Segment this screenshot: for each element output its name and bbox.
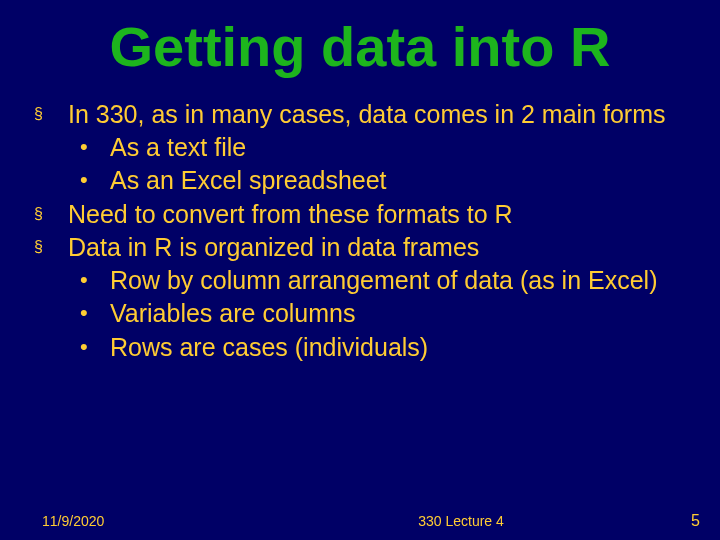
square-bullet-icon: § — [34, 199, 68, 230]
bullet-text: Row by column arrangement of data (as in… — [110, 265, 694, 296]
footer-date: 11/9/2020 — [42, 513, 282, 529]
slide-title: Getting data into R — [26, 18, 694, 77]
dot-bullet-icon: • — [80, 165, 110, 196]
bullet-level2: • Variables are columns — [34, 298, 694, 329]
bullet-text: As a text file — [110, 132, 694, 163]
bullet-level2: • Rows are cases (individuals) — [34, 332, 694, 363]
footer-center: 330 Lecture 4 — [282, 513, 640, 529]
bullet-text: In 330, as in many cases, data comes in … — [68, 99, 694, 130]
square-bullet-icon: § — [34, 99, 68, 130]
bullet-text: Rows are cases (individuals) — [110, 332, 694, 363]
bullet-text: Need to convert from these formats to R — [68, 199, 694, 230]
slide-footer: 11/9/2020 330 Lecture 4 5 — [0, 512, 720, 530]
bullet-text: Data in R is organized in data frames — [68, 232, 694, 263]
bullet-text: Variables are columns — [110, 298, 694, 329]
bullet-text: As an Excel spreadsheet — [110, 165, 694, 196]
bullet-level2: • Row by column arrangement of data (as … — [34, 265, 694, 296]
slide-body: § In 330, as in many cases, data comes i… — [26, 99, 694, 363]
bullet-level2: • As an Excel spreadsheet — [34, 165, 694, 196]
slide: Getting data into R § In 330, as in many… — [0, 0, 720, 540]
bullet-level1: § Need to convert from these formats to … — [34, 199, 694, 230]
dot-bullet-icon: • — [80, 132, 110, 163]
dot-bullet-icon: • — [80, 332, 110, 363]
footer-page-number: 5 — [640, 512, 700, 530]
bullet-level2: • As a text file — [34, 132, 694, 163]
dot-bullet-icon: • — [80, 298, 110, 329]
bullet-level1: § Data in R is organized in data frames — [34, 232, 694, 263]
dot-bullet-icon: • — [80, 265, 110, 296]
bullet-level1: § In 330, as in many cases, data comes i… — [34, 99, 694, 130]
square-bullet-icon: § — [34, 232, 68, 263]
